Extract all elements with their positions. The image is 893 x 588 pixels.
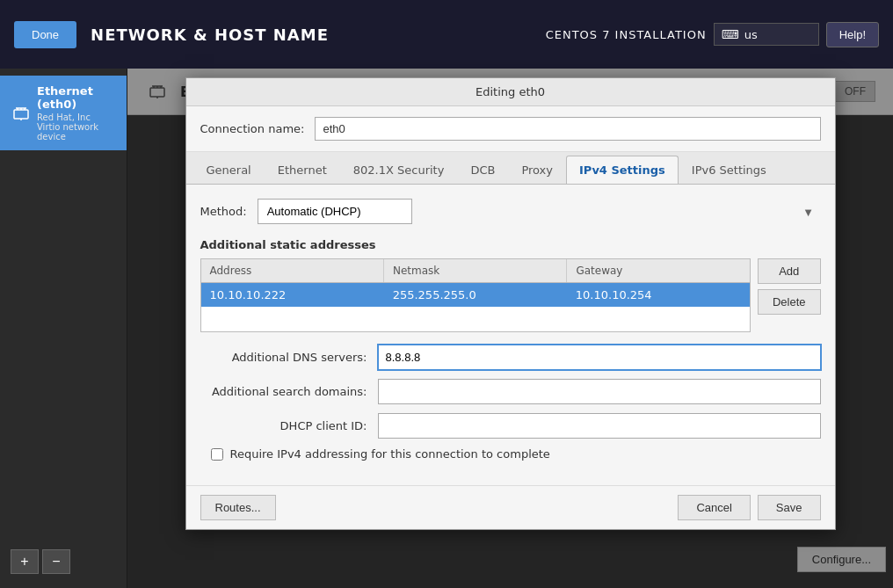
sidebar-add-button[interactable]: +	[11, 549, 39, 574]
centos-label: CENTOS 7 INSTALLATION	[546, 28, 707, 41]
delete-address-button[interactable]: Delete	[758, 289, 821, 315]
dhcp-input[interactable]	[378, 413, 821, 439]
col-netmask: Netmask	[384, 259, 567, 282]
svg-rect-0	[14, 110, 28, 119]
tab-dcb[interactable]: DCB	[457, 156, 508, 184]
table-header: Address Netmask Gateway	[201, 259, 750, 283]
addresses-table: Address Netmask Gateway 10.10.10.222 255…	[200, 258, 751, 332]
dialog-title: Editing eth0	[476, 85, 545, 98]
require-ipv4-row: Require IPv4 addressing for this connect…	[200, 447, 821, 461]
keyboard-icon: ⌨	[722, 27, 739, 41]
top-bar-right: CENTOS 7 INSTALLATION ⌨ us Help!	[546, 22, 879, 47]
connection-name-input[interactable]	[315, 117, 820, 141]
dialog-overlay: Editing eth0 Connection name: General Et…	[127, 69, 893, 588]
method-select-wrapper: Automatic (DHCP) Manual Link-Local Only …	[258, 199, 821, 224]
dialog-bottom: Routes... Cancel Save	[186, 485, 835, 529]
tab-ipv4-settings[interactable]: IPv4 Settings	[566, 156, 679, 184]
dialog-tabs: General Ethernet 802.1X Security DCB Pro…	[186, 152, 835, 185]
cell-gateway: 10.10.10.254	[567, 283, 750, 307]
ethernet-icon	[11, 101, 32, 126]
routes-button[interactable]: Routes...	[200, 495, 276, 520]
table-empty-row	[201, 307, 750, 331]
help-button[interactable]: Help!	[826, 22, 879, 47]
tab-general[interactable]: General	[193, 156, 265, 184]
search-row: Additional search domains:	[200, 379, 821, 404]
connection-name-row: Connection name:	[186, 106, 835, 152]
dns-input[interactable]	[378, 345, 821, 370]
done-button[interactable]: Done	[14, 21, 76, 48]
tab-content-ipv4: Method: Automatic (DHCP) Manual Link-Loc…	[186, 185, 835, 485]
method-row: Method: Automatic (DHCP) Manual Link-Loc…	[200, 199, 821, 224]
require-ipv4-checkbox[interactable]	[211, 448, 223, 461]
add-address-button[interactable]: Add	[758, 258, 821, 284]
tab-proxy[interactable]: Proxy	[508, 156, 566, 184]
sidebar: Ethernet (eth0) Red Hat, Inc Virtio netw…	[0, 69, 127, 588]
page-title: NETWORK & HOST NAME	[91, 25, 329, 44]
sidebar-item-name: Ethernet (eth0)	[37, 84, 116, 111]
keyboard-value: us	[744, 28, 758, 41]
tab-8021x-security[interactable]: 802.1X Security	[340, 156, 458, 184]
method-label: Method:	[200, 205, 247, 218]
top-bar-left: Done NETWORK & HOST NAME	[14, 21, 329, 48]
dialog-action-buttons: Cancel Save	[678, 495, 820, 520]
top-bar: Done NETWORK & HOST NAME CENTOS 7 INSTAL…	[0, 0, 893, 69]
keyboard-input[interactable]: ⌨ us	[714, 23, 819, 46]
section-title: Additional static addresses	[200, 238, 821, 251]
dhcp-row: DHCP client ID:	[200, 413, 821, 439]
search-input[interactable]	[378, 379, 821, 404]
cell-address: 10.10.10.222	[201, 283, 384, 307]
sidebar-remove-button[interactable]: −	[42, 549, 70, 574]
dns-row: Additional DNS servers:	[200, 345, 821, 370]
addresses-buttons: Add Delete	[758, 258, 821, 332]
method-select[interactable]: Automatic (DHCP) Manual Link-Local Only …	[258, 199, 412, 224]
edit-dialog: Editing eth0 Connection name: General Et…	[185, 77, 836, 530]
require-ipv4-label: Require IPv4 addressing for this connect…	[230, 447, 550, 461]
search-label: Additional search domains:	[200, 385, 367, 398]
sidebar-item-eth0[interactable]: Ethernet (eth0) Red Hat, Inc Virtio netw…	[0, 76, 127, 150]
table-row[interactable]: 10.10.10.222 255.255.255.0 10.10.10.254	[201, 283, 750, 307]
sidebar-item-desc: Red Hat, Inc Virtio network device	[37, 113, 116, 142]
col-address: Address	[201, 259, 384, 282]
tab-ethernet[interactable]: Ethernet	[265, 156, 340, 184]
cancel-button[interactable]: Cancel	[678, 495, 750, 520]
tab-ipv6-settings[interactable]: IPv6 Settings	[679, 156, 780, 184]
dns-label: Additional DNS servers:	[200, 351, 367, 364]
dhcp-label: DHCP client ID:	[200, 419, 367, 432]
save-button[interactable]: Save	[758, 495, 821, 520]
cell-netmask: 255.255.255.0	[384, 283, 567, 307]
connection-name-label: Connection name:	[200, 122, 305, 135]
col-gateway: Gateway	[567, 259, 749, 282]
dialog-titlebar: Editing eth0	[186, 78, 835, 106]
addresses-section: Address Netmask Gateway 10.10.10.222 255…	[200, 258, 821, 332]
